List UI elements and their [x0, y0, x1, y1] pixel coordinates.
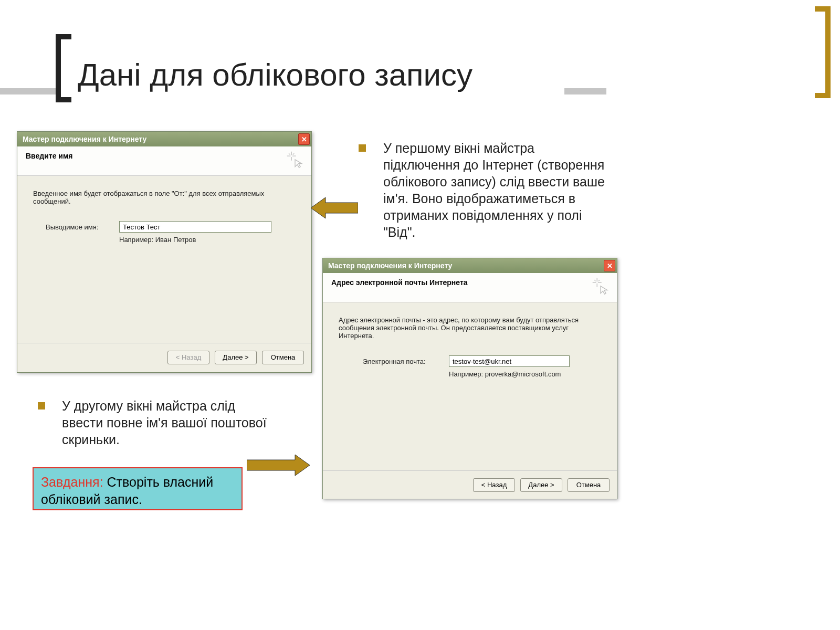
dialog2-titlebar[interactable]: Мастер подключения к Интернету ✕: [323, 258, 617, 273]
email-label: Электронная почта:: [363, 358, 442, 365]
svg-marker-1: [247, 455, 310, 476]
bullet-icon: [359, 144, 366, 152]
next-button[interactable]: Далее >: [520, 478, 562, 492]
paragraph-first-window: У першому вікні майстра підключення до І…: [383, 140, 614, 240]
display-name-input[interactable]: [119, 221, 271, 233]
display-name-label: Выводимое имя:: [46, 223, 112, 231]
dialog1-description: Введенное имя будет отображаться в поле …: [33, 190, 296, 205]
email-row: Электронная почта:: [339, 355, 601, 367]
bracket-left-icon: [56, 34, 71, 102]
cursor-sparkle-icon: [286, 151, 304, 169]
next-button[interactable]: Далее >: [215, 351, 257, 364]
bullet-icon: [38, 402, 45, 410]
close-icon: ✕: [301, 135, 307, 143]
dialog1-titlebar[interactable]: Мастер подключения к Интернету ✕: [17, 132, 311, 146]
wizard-dialog-name: Мастер подключения к Интернету ✕ Введите…: [17, 131, 312, 373]
back-button[interactable]: < Назад: [167, 351, 209, 364]
task-box: Завдання: Створіть власний обліковий зап…: [33, 467, 243, 510]
paragraph-second-window: У другому вікні майстра слід ввести повн…: [62, 397, 267, 448]
close-button[interactable]: ✕: [298, 133, 310, 145]
dialog1-body: Введенное имя будет отображаться в поле …: [17, 176, 311, 343]
bracket-right-icon: [815, 6, 831, 98]
close-button[interactable]: ✕: [604, 260, 615, 271]
cursor-sparkle-icon: [592, 277, 610, 295]
dialog1-header: Введите имя: [17, 146, 311, 176]
task-label: Завдання:: [41, 475, 103, 489]
dialog2-description: Адрес электронной почты - это адрес, по …: [339, 316, 601, 340]
back-button[interactable]: < Назад: [473, 478, 515, 492]
display-name-row: Выводимое имя:: [33, 221, 296, 233]
title-underline-right: [564, 88, 606, 94]
email-example: Например: proverka@microsoft.com: [339, 370, 601, 378]
title-underline-left: [0, 88, 56, 94]
dialog2-footer: < Назад Далее > Отмена: [323, 470, 617, 499]
dialog1-heading: Введите имя: [26, 152, 72, 160]
arrow-left-icon: [311, 195, 358, 220]
dialog1-title: Мастер подключения к Интернету: [23, 135, 146, 143]
svg-marker-0: [311, 197, 358, 218]
arrow-right-icon: [247, 453, 310, 478]
display-name-example: Например: Иван Петров: [33, 236, 296, 244]
cancel-button[interactable]: Отмена: [568, 478, 610, 492]
page-title: Дані для облікового запису: [78, 57, 472, 93]
wizard-dialog-email: Мастер подключения к Интернету ✕ Адрес э…: [322, 258, 617, 499]
cancel-button[interactable]: Отмена: [262, 351, 304, 364]
dialog2-header: Адрес электронной почты Интернета: [323, 273, 617, 302]
dialog2-title: Мастер подключения к Интернету: [328, 261, 452, 270]
dialog2-heading: Адрес электронной почты Интернета: [331, 278, 468, 287]
dialog1-footer: < Назад Далее > Отмена: [17, 343, 311, 371]
email-input[interactable]: [449, 355, 570, 367]
dialog2-body: Адрес электронной почты - это адрес, по …: [323, 302, 617, 470]
close-icon: ✕: [607, 262, 613, 270]
